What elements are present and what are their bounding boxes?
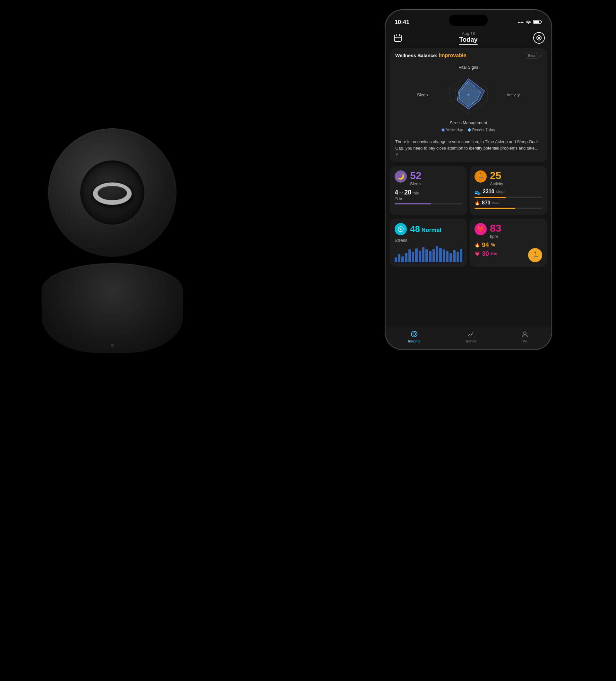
activity-label: Activity <box>490 181 503 186</box>
stress-label: Stress <box>394 238 462 243</box>
stress-level: Normal <box>421 227 441 233</box>
stress-bar-chart <box>394 243 462 262</box>
sleep-progress-fill <box>394 203 431 204</box>
ring-case-base <box>42 263 183 353</box>
sleep-card-header: 🌙 52 Sleep <box>394 170 462 186</box>
hrv-unit: ms <box>491 251 497 256</box>
svg-rect-1 <box>541 21 542 23</box>
sleep-score: 52 <box>410 170 421 181</box>
radar-label-right: Activity <box>500 93 520 97</box>
bar-chart-bar <box>401 256 404 262</box>
bar-chart-bar <box>394 257 397 262</box>
bar-chart-bar <box>446 251 449 262</box>
activity-icon: 🏃 <box>474 170 487 183</box>
heart-card[interactable]: ❤️ 83 bpm 🔥 94 % <box>470 219 547 267</box>
base-indicator <box>111 344 113 347</box>
svg-point-19 <box>413 333 415 335</box>
legend-diamond-yesterday <box>441 128 445 132</box>
trends-icon <box>467 330 474 338</box>
signal-icon: ▪▪▪▪ <box>518 20 523 25</box>
insights-icon <box>410 330 418 338</box>
app-header: Aug 18 Today <box>386 31 551 45</box>
scroll-content[interactable]: Wellness Balance: Improvable Beta › Vita… <box>386 45 551 327</box>
stress-score-group: 48 Normal <box>410 224 441 234</box>
spo2-value: 94 <box>482 241 489 249</box>
radar-legend: Yesterday Recent 7-day <box>442 128 495 132</box>
bar-chart-bar <box>419 251 421 262</box>
wellness-header: Wellness Balance: Improvable Beta › <box>395 53 542 58</box>
bar-chart-bar <box>429 251 432 262</box>
ring-device <box>32 128 192 353</box>
bar-chart-bar <box>412 252 414 262</box>
sleep-card[interactable]: 🌙 52 Sleep 4 hr 20 min /8 hr <box>390 166 467 215</box>
bar-chart-bar <box>398 254 401 262</box>
nav-trends[interactable]: Trends <box>465 330 476 343</box>
sleep-score-group: 52 Sleep <box>410 170 421 186</box>
sleep-min-unit: min <box>413 191 419 196</box>
wellness-description: There is no obvious change in your condi… <box>395 138 542 157</box>
steps-progress-bg <box>474 197 542 198</box>
activity-score: 25 <box>490 170 503 181</box>
title-underline <box>459 44 478 45</box>
calendar-button[interactable] <box>392 32 404 44</box>
calories-value: 873 <box>482 200 491 206</box>
phone-frame: 10:41 ▪▪▪▪ <box>385 10 552 350</box>
legend-diamond-recent <box>467 128 471 132</box>
ring-case-inner <box>80 160 145 225</box>
refresh-button[interactable] <box>533 32 545 44</box>
stress-value: 48 <box>410 224 420 234</box>
heart-header: ❤️ 83 bpm <box>474 223 542 239</box>
battery-icon <box>533 20 542 25</box>
wellness-chevron[interactable]: › <box>540 53 542 58</box>
legend-recent-label: Recent 7-day <box>472 128 495 132</box>
radar-label-bottom: Stress Management <box>450 120 487 125</box>
metrics-grid-row2: 48 Normal Stress ❤️ 83 <box>390 219 547 267</box>
nav-me[interactable]: Me <box>521 330 529 343</box>
beta-badge: Beta <box>526 53 538 58</box>
sleep-label: Sleep <box>410 181 421 186</box>
steps-value: 2310 <box>483 189 494 195</box>
bar-chart-bar <box>433 249 435 262</box>
wellness-card: Wellness Balance: Improvable Beta › Vita… <box>390 48 547 162</box>
nav-insights[interactable]: Insights <box>408 330 420 343</box>
sleep-icon: 🌙 <box>394 170 407 183</box>
activity-card[interactable]: 🏃 25 Activity 👟 2310 steps <box>470 166 547 215</box>
wellness-title: Wellness Balance: <box>395 53 437 58</box>
svg-point-7 <box>538 37 540 39</box>
bottom-nav: Insights Trends <box>386 327 551 349</box>
radar-label-left: Sleep <box>417 93 436 97</box>
wellness-right: Beta › <box>526 53 542 58</box>
legend-recent: Recent 7-day <box>468 128 495 132</box>
bar-chart-bar <box>460 249 462 262</box>
radar-label-top: Vital Signs <box>459 65 478 70</box>
calories-progress-bg <box>474 208 542 209</box>
activity-fab[interactable]: 🏃 <box>528 248 542 262</box>
spo2-unit: % <box>491 242 495 247</box>
steps-progress-fill <box>474 197 506 198</box>
svg-point-16 <box>467 94 469 96</box>
radar-svg <box>443 72 494 117</box>
smart-ring <box>91 183 133 205</box>
bar-chart-bar <box>426 249 428 262</box>
bar-chart-bar <box>439 248 442 262</box>
heart-bpm-unit: bpm <box>490 234 502 239</box>
nav-trends-label: Trends <box>465 339 476 343</box>
bar-chart-bar <box>450 253 452 262</box>
stress-icon <box>394 223 407 235</box>
stress-card[interactable]: 48 Normal Stress <box>390 219 467 267</box>
dynamic-island <box>449 15 488 26</box>
me-icon <box>521 330 529 338</box>
calories-progress-fill <box>474 208 515 209</box>
expand-icon[interactable]: ∨ <box>395 152 399 157</box>
bar-chart-bar <box>457 252 459 262</box>
header-title: Today <box>459 36 478 43</box>
bar-chart-bar <box>436 246 438 262</box>
bar-chart-bar <box>415 248 418 262</box>
header-date: Aug 18 <box>462 31 475 36</box>
radar-chart-area: Vital Signs Sleep <box>395 61 542 135</box>
steps-detail: 👟 2310 steps <box>474 189 542 195</box>
legend-yesterday: Yesterday <box>442 128 463 132</box>
sleep-goal: /8 hr <box>394 197 462 201</box>
status-icons: ▪▪▪▪ <box>518 20 542 25</box>
calories-detail: 🔥 873 kcal <box>474 200 542 206</box>
